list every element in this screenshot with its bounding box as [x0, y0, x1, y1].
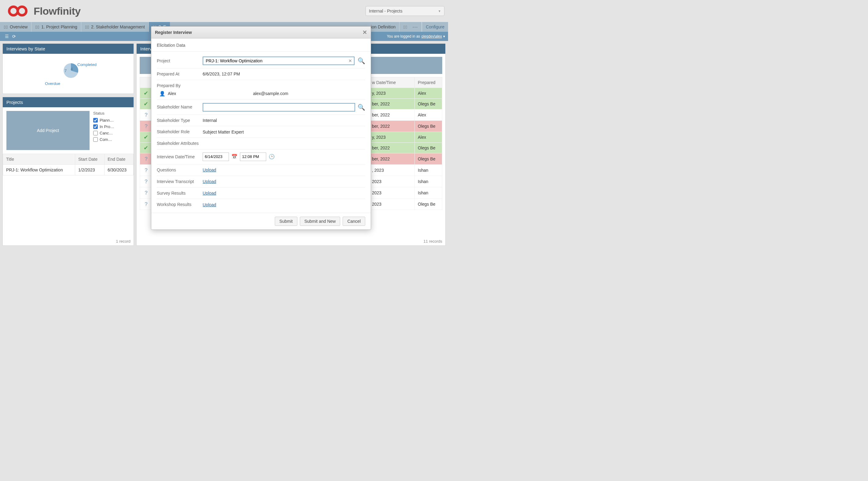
questions-upload[interactable]: Upload [203, 167, 216, 172]
transcript-upload[interactable]: Upload [203, 179, 216, 184]
filter-planning[interactable]: Plann… [93, 118, 130, 123]
survey-upload[interactable]: Upload [203, 191, 216, 196]
chevron-down-icon: ▼ [438, 9, 441, 13]
tab-project-planning[interactable]: ▯▯1. Project Planning [31, 22, 81, 32]
refresh-icon[interactable]: ⟳ [10, 33, 18, 40]
username: olegdev\alex [422, 34, 442, 38]
panel-title: Projects [3, 97, 133, 107]
filter-complete[interactable]: Com… [93, 137, 130, 142]
context-selector[interactable]: Internal - Projects ▼ [366, 6, 444, 16]
tab-stakeholder-management[interactable]: ▯▯2. Stakeholder Management [81, 22, 149, 32]
add-project-button[interactable]: Add Project [6, 111, 90, 150]
questions-label: Questions [157, 167, 203, 173]
cancel-button[interactable]: Cancel [343, 217, 365, 226]
prepared-by-name: Alex [168, 91, 176, 96]
overdue-count: 7 [64, 68, 67, 73]
tab-overflow[interactable]: ▯▯ ⋯ [400, 22, 422, 32]
filter-in-progress[interactable]: In Pro… [93, 124, 130, 129]
interview-date-input[interactable] [203, 153, 229, 161]
col-state[interactable] [140, 77, 152, 88]
workshop-label: Workshop Results [157, 202, 203, 207]
clock-icon[interactable]: 🕒 [269, 154, 275, 160]
context-value: Internal - Projects [369, 8, 403, 13]
panel-title: Interviews by State [3, 44, 133, 54]
survey-label: Survey Results [157, 191, 203, 196]
col-start[interactable]: Start Date [75, 154, 104, 165]
col-end[interactable]: End Date [104, 154, 133, 165]
tab-definition-partial[interactable]: ion Definition [367, 22, 400, 32]
chevron-down-icon: ▾ [443, 34, 445, 38]
completed-count: 4 [71, 67, 73, 71]
user-info[interactable]: You are logged in as olegdev\alex ▾ [387, 34, 445, 38]
question-icon: ？ [140, 165, 152, 176]
stakeholder-attrs-label: Stakeholder Attributes [157, 141, 203, 146]
brand-logo: Flowfinity [4, 4, 81, 18]
modal-subtitle: Elicitation Data [151, 38, 371, 52]
question-icon: ？ [140, 153, 152, 165]
tab-overview[interactable]: ▯▯Overview [0, 22, 31, 32]
prepared-by-user: 👤 Alex [159, 91, 176, 97]
check-icon: ✔ [140, 132, 152, 143]
calendar-icon[interactable]: 📅 [231, 154, 238, 160]
submit-and-new-button[interactable]: Submit and New [300, 217, 340, 226]
question-icon: ？ [140, 121, 152, 132]
modal-title: Register Interview [155, 30, 192, 35]
interview-dt-label: Interview Date/Time [157, 154, 203, 160]
prepared-by-email: alex@sample.com [253, 91, 288, 96]
logo-icon [4, 4, 32, 18]
prepared-at-label: Prepared At [157, 71, 203, 77]
stakeholder-name-label: Stakeholder Name [157, 104, 203, 110]
brand-name: Flowfinity [34, 5, 81, 17]
question-icon: ？ [140, 176, 152, 187]
status-heading: Status [93, 111, 130, 116]
menu-icon[interactable]: ☰ [3, 33, 10, 40]
chart-icon: ▯▯ [35, 25, 39, 29]
stakeholder-role-value: Subject Matter Expert [203, 130, 244, 134]
record-footer: 11 records [136, 237, 445, 246]
col-prepared[interactable]: Prepared [415, 77, 442, 88]
projects-panel: Projects Add Project Status Plann… In Pr… [2, 97, 134, 246]
question-icon: ？ [140, 199, 152, 210]
overdue-label[interactable]: Overdue [45, 81, 60, 86]
app-header: Flowfinity Internal - Projects ▼ [0, 0, 448, 22]
completed-label[interactable]: Completed [77, 62, 97, 67]
col-date[interactable]: w Date/Time [369, 77, 415, 88]
tab-configure[interactable]: Configure [422, 22, 448, 32]
close-icon[interactable]: ✕ [363, 29, 367, 36]
projects-table: Title Start Date End Date PRJ-1: Workflo… [3, 154, 133, 175]
check-icon: ✔ [140, 88, 152, 99]
workshop-upload[interactable]: Upload [203, 202, 216, 207]
check-icon: ✔ [140, 99, 152, 109]
interview-time-input[interactable] [240, 153, 266, 161]
table-row[interactable]: PRJ-1: Workflow Optimization 1/2/2023 6/… [3, 165, 133, 175]
project-label: Project [157, 58, 203, 64]
clear-icon[interactable]: ✕ [348, 58, 355, 63]
question-icon: ？ [140, 109, 152, 121]
search-icon[interactable]: 🔍 [358, 104, 365, 111]
stakeholder-type-value: Internal [203, 118, 217, 123]
chart-icon: ▯▯ [4, 25, 8, 29]
chart-icon: ▯▯ [403, 25, 407, 29]
chart-icon: ▯▯ [85, 25, 89, 29]
filter-cancelled[interactable]: Canc… [93, 131, 130, 135]
stakeholder-role-label: Stakeholder Role [157, 129, 203, 134]
check-icon: ✔ [140, 143, 152, 153]
col-title[interactable]: Title [3, 154, 75, 165]
prepared-at-value: 6/6/2023, 12:07 PM [203, 71, 240, 76]
record-footer: 1 record [3, 237, 133, 246]
register-interview-modal: Register Interview ✕ Elicitation Data Pr… [151, 26, 371, 230]
interviews-by-state-panel: Interviews by State 7 4 Completed Overdu… [2, 43, 134, 94]
search-icon[interactable]: 🔍 [358, 57, 365, 64]
prepared-by-label: Prepared By [157, 83, 365, 88]
status-filters: Status Plann… In Pro… Canc… Com… [93, 111, 130, 150]
submit-button[interactable]: Submit [275, 217, 298, 226]
stakeholder-name-input[interactable] [203, 103, 355, 111]
stakeholder-type-label: Stakeholder Type [157, 118, 203, 123]
question-icon: ？ [140, 187, 152, 199]
transcript-label: Interview Transcript [157, 179, 203, 184]
project-input[interactable] [203, 57, 354, 65]
user-icon: 👤 [159, 91, 165, 97]
